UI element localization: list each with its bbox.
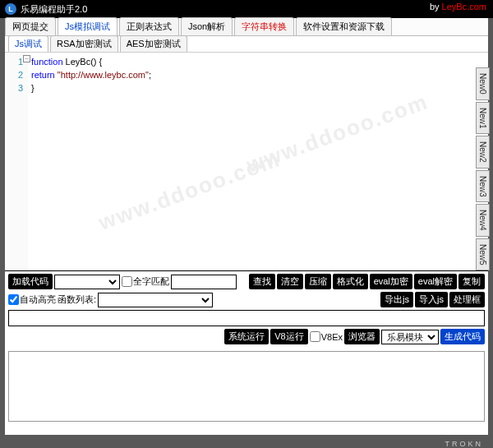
copy-button[interactable]: 复制 — [458, 274, 485, 289]
evalenc-button[interactable]: eval加密 — [370, 274, 412, 289]
browser-button[interactable]: 浏览器 — [344, 329, 380, 344]
tab-settings[interactable]: 软件设置和资源下载 — [296, 17, 392, 35]
compress-button[interactable]: 压缩 — [305, 274, 331, 289]
window-title: 乐易编程助手2.0 — [21, 3, 87, 16]
watermark: www.ddooo.com — [97, 152, 281, 230]
watermark: www.ddooo.com — [245, 95, 429, 173]
side-tabs: New0 New1 New2 New3 New4 New5 — [476, 67, 490, 272]
app-body: 网页提交 Js模拟调试 正则表达式 Json解析 字符串转换 软件设置和资源下载… — [5, 18, 488, 435]
importjs-button[interactable]: 导入js — [415, 292, 448, 307]
v8ex-checkbox[interactable]: V8Ex — [310, 331, 343, 342]
output-box[interactable] — [8, 351, 485, 422]
toolbar: 加载代码 全字匹配 查找 清空 压缩 格式化 eval加密 eval解密 复制 … — [5, 270, 488, 349]
module-combo[interactable]: 乐易模块 — [381, 330, 439, 344]
wholeword-checkbox[interactable]: 全字匹配 — [122, 276, 169, 287]
credit-by: by — [430, 2, 440, 12]
handler-button[interactable]: 处理框 — [449, 292, 485, 307]
sidetab-new3[interactable]: New3 — [476, 170, 490, 203]
gencode-button[interactable]: 生成代码 — [440, 329, 485, 344]
credit-site: LeyBc.com — [442, 2, 486, 12]
tab-regex[interactable]: 正则表达式 — [119, 17, 179, 35]
tab-strconv[interactable]: 字符串转换 — [234, 17, 294, 35]
sidetab-new2[interactable]: New2 — [476, 136, 490, 169]
subtab-aes[interactable]: AES加密测试 — [120, 35, 187, 52]
sidetab-new1[interactable]: New1 — [476, 102, 490, 135]
load-code-button[interactable]: 加载代码 — [8, 274, 53, 289]
find-input[interactable] — [171, 275, 237, 289]
sidetab-new0[interactable]: New0 — [476, 67, 490, 100]
app-logo-icon: L — [5, 3, 16, 15]
find-button[interactable]: 查找 — [249, 274, 275, 289]
code-area[interactable]: function LeyBc() { return "http://www.le… — [28, 53, 488, 270]
tab-jsdebug[interactable]: Js模拟调试 — [58, 17, 117, 35]
command-input[interactable] — [8, 310, 485, 326]
tab-webpage[interactable]: 网页提交 — [5, 17, 56, 35]
sidetab-new5[interactable]: New5 — [476, 238, 490, 271]
clear-button[interactable]: 清空 — [277, 274, 303, 289]
format-button[interactable]: 格式化 — [333, 274, 368, 289]
tab-json[interactable]: Json解析 — [181, 17, 233, 35]
evaldec-button[interactable]: eval解密 — [414, 274, 457, 289]
sysrun-button[interactable]: 系统运行 — [224, 329, 269, 344]
fnlist-combo[interactable] — [98, 293, 213, 307]
subtab-rsa[interactable]: RSA加密测试 — [50, 35, 118, 52]
footer-brand: TROKN — [445, 440, 484, 448]
code-editor[interactable]: − 1 2 3 function LeyBc() { return "http:… — [5, 53, 488, 270]
line-gutter: 1 2 3 — [5, 53, 28, 270]
fnlist-label: 函数列表: — [58, 293, 96, 306]
subtab-jsdebug[interactable]: Js调试 — [8, 35, 48, 52]
sidetab-new4[interactable]: New4 — [476, 204, 490, 237]
main-tabs: 网页提交 Js模拟调试 正则表达式 Json解析 字符串转换 软件设置和资源下载 — [5, 18, 488, 36]
v8run-button[interactable]: V8运行 — [270, 329, 307, 344]
sub-tabs: Js调试 RSA加密测试 AES加密测试 — [5, 36, 488, 53]
autohl-checkbox[interactable]: 自动高亮 — [8, 294, 56, 305]
title-bar: L 乐易编程助手2.0 — [0, 0, 493, 18]
exportjs-button[interactable]: 导出js — [380, 292, 413, 307]
load-combo[interactable] — [54, 275, 120, 289]
